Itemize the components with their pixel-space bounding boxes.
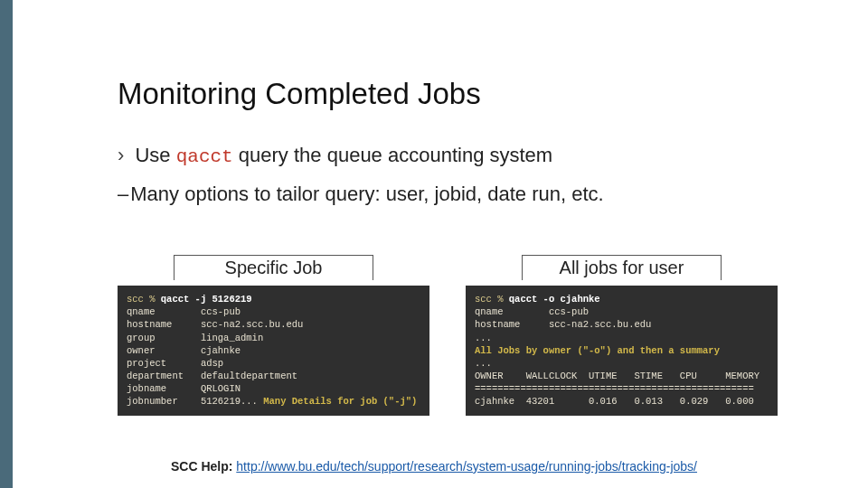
bullet-marker: › [118, 144, 124, 166]
dash-marker: – [118, 183, 128, 205]
bullet-use-qacct: › Use qacct query the queue accounting s… [118, 142, 778, 170]
qacct-code: qacct [176, 146, 233, 167]
cmd-right: qacct -o cjahnke [509, 294, 600, 305]
term-right-body1: qname ccs-pub hostname scc-na2.scc.bu.ed… [475, 306, 651, 343]
all-jobs-terminal: scc % qacct -o cjahnke qname ccs-pub hos… [466, 286, 778, 416]
all-jobs-header: All jobs for user [522, 255, 722, 280]
bullet-options: –Many options to tailor query: user, job… [118, 181, 778, 208]
accent-sidebar [0, 0, 13, 488]
term-right-body2: ... OWNER WALLCLOCK UTIME STIME CPU MEMO… [475, 358, 760, 408]
bullet-options-text: Many options to tailor query: user, jobi… [130, 183, 603, 205]
slide-content: Monitoring Completed Jobs › Use qacct qu… [118, 77, 778, 416]
cmd-left: qacct -j 5126219 [161, 294, 252, 305]
example-columns: Specific Job scc % qacct -j 5126219 qnam… [118, 255, 778, 416]
scc-help-link[interactable]: http://www.bu.edu/tech/support/research/… [236, 459, 697, 474]
footer-label: SCC Help: [171, 459, 236, 474]
prompt-left: scc % [127, 294, 161, 305]
all-jobs-col: All jobs for user scc % qacct -o cjahnke… [466, 255, 778, 416]
term-left-body: qname ccs-pub hostname scc-na2.scc.bu.ed… [127, 306, 303, 407]
prompt-right: scc % [475, 294, 509, 305]
term-left-highlight: Many Details for job ("-j") [263, 396, 417, 407]
footer: SCC Help: http://www.bu.edu/tech/support… [0, 459, 868, 474]
term-right-highlight: All Jobs by owner ("-o") and then a summ… [475, 345, 720, 356]
page-title: Monitoring Completed Jobs [118, 77, 778, 111]
specific-job-terminal: scc % qacct -j 5126219 qname ccs-pub hos… [118, 286, 429, 416]
specific-job-header: Specific Job [174, 255, 373, 280]
specific-job-col: Specific Job scc % qacct -j 5126219 qnam… [118, 255, 429, 416]
bullet-text-post: query the queue accounting system [233, 144, 552, 166]
bullet-text-pre: Use [135, 144, 175, 166]
